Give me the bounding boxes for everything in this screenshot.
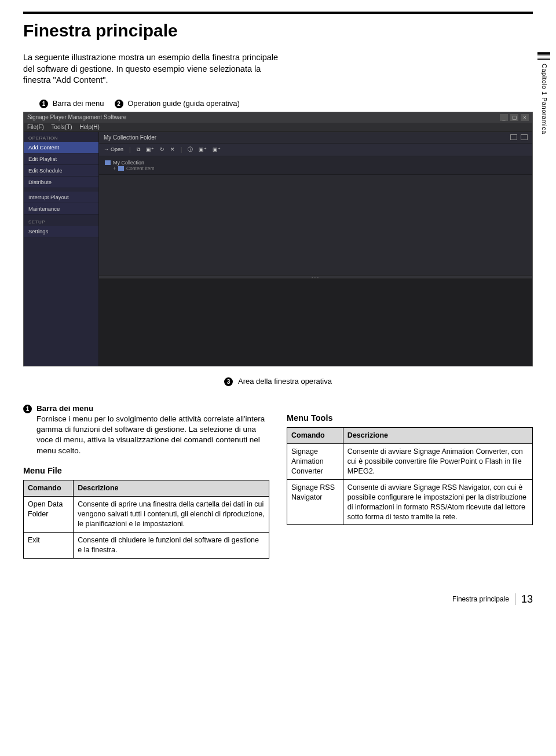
menu-help[interactable]: Help(H): [79, 124, 99, 130]
right-column: Menu Tools Comando Descrizione Signage A…: [287, 403, 533, 559]
menu-tools-table: Comando Descrizione Signage Animation Co…: [287, 427, 533, 525]
callout-3-marker: 3: [224, 377, 233, 386]
main-area: My Collection Folder → Open | ⧉ ▣⁺ ↻ ✕ |…: [99, 132, 532, 366]
menu-file-table: Comando Descrizione Open Data Folder Con…: [23, 480, 269, 558]
col-comando: Comando: [24, 480, 74, 497]
table-row: Open Data Folder Consente di aprire una …: [24, 497, 269, 533]
maximize-button[interactable]: ▢: [510, 114, 518, 121]
section-1: 1 Barra dei menu Fornisce i menu per lo …: [23, 403, 269, 456]
toolbar-open-label: Open: [111, 146, 123, 152]
left-column: 1 Barra dei menu Fornisce i menu per lo …: [23, 403, 269, 559]
footer-title: Finestra principale: [452, 595, 509, 603]
toolbar-sep: |: [129, 146, 131, 153]
tree-root[interactable]: My Collection: [105, 160, 526, 166]
chapter-side-label: Capitolo 1 Panoramica: [541, 64, 548, 134]
menu-file-heading: Menu File: [23, 465, 269, 477]
content-area: [99, 175, 532, 276]
folder-tree: My Collection + Content Item: [99, 156, 532, 175]
bottom-pane: [99, 279, 532, 366]
callout-3: 3 Area della finestra operativa: [23, 377, 533, 386]
folder-icon: [105, 160, 111, 165]
sidebar-item-add-content[interactable]: Add Content: [24, 142, 98, 153]
list-view-icon[interactable]: [521, 134, 528, 140]
section-1-heading: Barra dei menu: [36, 404, 93, 413]
callout-2-marker: 2: [115, 100, 123, 108]
desc-cell: Consente di avviare Signage RSS Navigato…: [343, 479, 532, 525]
col-descrizione: Descrizione: [74, 480, 269, 497]
desc-cell: Consente di aprire una finestra della ca…: [74, 497, 269, 533]
close-button[interactable]: ×: [521, 114, 529, 121]
callout-3-label: Area della finestra operativa: [238, 377, 332, 386]
app-body: OPERATION Add Content Edit Playlist Edit…: [24, 132, 532, 366]
tree-child-label: Content Item: [126, 166, 155, 171]
callout-1-label: Barra dei menu: [53, 99, 104, 108]
cmd-cell: Exit: [24, 532, 74, 558]
table-header-row: Comando Descrizione: [287, 428, 533, 444]
sidebar-item-edit-schedule[interactable]: Edit Schedule: [24, 165, 98, 177]
table-row: Signage Animation Converter Consente di …: [287, 444, 533, 480]
section-1-marker: 1: [23, 405, 32, 413]
toolbar-icon-1[interactable]: ⧉: [137, 146, 140, 153]
toolbar-icon-b[interactable]: ▣⁺: [213, 146, 221, 152]
intro-paragraph: La seguente illustrazione mostra un esem…: [23, 52, 290, 86]
sidebar-item-edit-playlist[interactable]: Edit Playlist: [24, 153, 98, 165]
callouts-top: 1 Barra dei menu 2 Operation guide (guid…: [23, 99, 533, 108]
desc-cell: Consente di chiudere le funzioni del sof…: [74, 532, 269, 558]
callout-2-label: Operation guide (guida operativa): [127, 99, 240, 108]
tree-root-label: My Collection: [113, 160, 144, 166]
sidebar-header-operation: OPERATION: [24, 134, 98, 142]
table-row: Exit Consente di chiudere le funzioni de…: [24, 532, 269, 558]
grid-view-icon[interactable]: [510, 134, 517, 140]
sidebar: OPERATION Add Content Edit Playlist Edit…: [24, 132, 99, 366]
cmd-cell: Signage RSS Navigator: [287, 479, 343, 525]
table-header-row: Comando Descrizione: [24, 480, 269, 497]
toolbar-info-icon[interactable]: ⓘ: [188, 146, 193, 153]
titlebar: Signage Player Management Software _ ▢ ×: [24, 112, 532, 123]
tree-child[interactable]: + Content Item: [113, 166, 526, 171]
toolbar-delete-icon[interactable]: ✕: [170, 146, 175, 152]
page-number: 13: [521, 593, 533, 605]
top-rule: [23, 12, 533, 14]
view-icons: [510, 134, 528, 140]
toolbar-open[interactable]: → Open: [104, 146, 123, 152]
toolbar-refresh-icon[interactable]: ↻: [160, 146, 164, 152]
body-columns: 1 Barra dei menu Fornisce i menu per lo …: [23, 403, 533, 559]
main-header-title: My Collection Folder: [104, 134, 156, 141]
minimize-button[interactable]: _: [500, 114, 508, 121]
sidebar-item-interrupt[interactable]: Interrupt Playout: [24, 192, 98, 203]
toolbar-icon-a[interactable]: ▣⁺: [199, 146, 207, 152]
table-row: Signage RSS Navigator Consente di avviar…: [287, 479, 533, 525]
callout-2: 2 Operation guide (guida operativa): [115, 99, 240, 108]
menu-file[interactable]: File(F): [27, 124, 44, 130]
crop-marks: [537, 52, 550, 60]
toolbar-sep2: |: [181, 146, 182, 153]
figure: 1 Barra dei menu 2 Operation guide (guid…: [23, 99, 533, 386]
toolbar-new-folder-icon[interactable]: ▣⁺: [146, 146, 154, 152]
split-bar[interactable]: [99, 276, 532, 279]
footer-divider: [515, 593, 515, 605]
app-window: Signage Player Management Software _ ▢ ×…: [23, 112, 533, 366]
page-footer: Finestra principale 13: [23, 593, 533, 605]
menubar: File(F) Tools(T) Help(H): [24, 123, 532, 132]
folder-icon: [118, 166, 124, 171]
sidebar-item-maintenance[interactable]: Maintenance: [24, 203, 98, 215]
sidebar-item-settings[interactable]: Settings: [24, 226, 98, 237]
main-header: My Collection Folder: [99, 132, 532, 144]
callout-1: 1 Barra dei menu: [39, 99, 104, 108]
col-descrizione: Descrizione: [343, 428, 532, 444]
callout-1-marker: 1: [39, 100, 48, 108]
page-title: Finestra principale: [23, 21, 533, 41]
col-comando: Comando: [287, 428, 343, 444]
window-buttons: _ ▢ ×: [500, 114, 529, 121]
menu-tools[interactable]: Tools(T): [52, 124, 72, 130]
sidebar-header-setup: SETUP: [24, 218, 98, 226]
toolbar: → Open | ⧉ ▣⁺ ↻ ✕ | ⓘ ▣⁺ ▣⁺: [99, 144, 532, 156]
menu-tools-heading: Menu Tools: [287, 413, 533, 424]
section-1-body: Fornisce i menu per lo svolgimento delle…: [36, 414, 265, 455]
cmd-cell: Open Data Folder: [24, 497, 74, 533]
sidebar-item-distribute[interactable]: Distribute: [24, 177, 98, 188]
desc-cell: Consente di avviare Signage Animation Co…: [343, 444, 532, 480]
cmd-cell: Signage Animation Converter: [287, 444, 343, 480]
app-title: Signage Player Management Software: [27, 114, 126, 120]
